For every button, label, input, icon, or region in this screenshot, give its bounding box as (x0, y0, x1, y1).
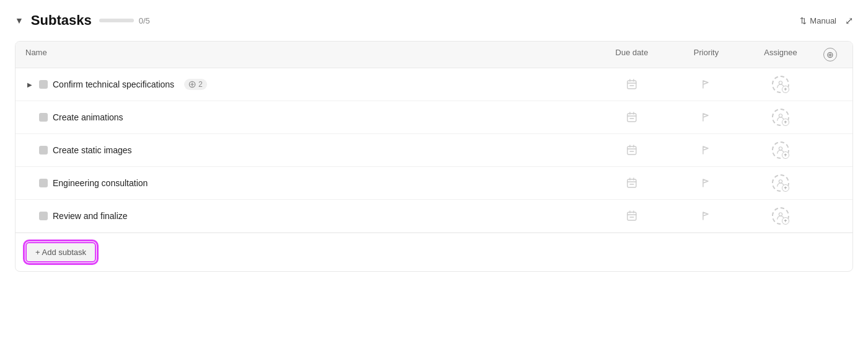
add-subtask-row: + Add subtask (16, 233, 852, 271)
priority-cell[interactable] (669, 145, 743, 156)
col-header-add: ⊕ (818, 48, 843, 61)
due-date-cell[interactable] (595, 210, 669, 222)
svg-point-2 (779, 81, 782, 84)
calendar-icon (626, 177, 638, 189)
collapse-chevron[interactable]: ▼ (15, 16, 24, 25)
assignee-cell[interactable]: + (743, 76, 818, 93)
calendar-icon (626, 144, 638, 156)
due-date-cell[interactable] (595, 177, 669, 189)
priority-cell[interactable] (669, 210, 743, 222)
assignee-avatar[interactable]: + (772, 76, 789, 93)
svg-point-6 (779, 147, 782, 150)
assignee-avatar[interactable]: + (772, 207, 789, 225)
subtask-count: 2 (198, 80, 203, 89)
expand-button[interactable]: ⤢ (845, 15, 853, 27)
task-name: Create animations (53, 112, 123, 122)
priority-cell[interactable] (669, 177, 743, 189)
due-date-cell[interactable] (595, 111, 669, 123)
manual-button[interactable]: ⇅ Manual (800, 16, 836, 25)
task-name: Confirm technical specifications (53, 79, 174, 89)
assignee-cell[interactable]: + (743, 141, 818, 159)
svg-rect-7 (627, 179, 636, 187)
table-header: Name Due date Priority Assignee ⊕ (16, 42, 852, 68)
flag-icon (701, 145, 712, 156)
assignee-cell[interactable]: + (743, 207, 818, 225)
calendar-icon (626, 111, 638, 123)
col-header-due-date: Due date (595, 48, 669, 61)
assignee-avatar[interactable]: + (772, 174, 789, 192)
assignee-add-icon: + (782, 86, 789, 93)
progress-text: 0/5 (139, 16, 150, 25)
col-header-assignee: Assignee (743, 48, 818, 61)
col-header-name: Name (25, 48, 595, 61)
table-row: ▶ Engineering consultation (16, 167, 852, 200)
task-checkbox[interactable] (39, 113, 48, 122)
manual-label: Manual (810, 16, 836, 25)
task-checkbox[interactable] (39, 212, 48, 220)
subtask-count-badge[interactable]: 2 (184, 79, 207, 90)
svg-point-10 (779, 213, 782, 216)
sort-icon: ⇅ (800, 16, 807, 25)
assignee-avatar[interactable]: + (772, 109, 789, 126)
svg-rect-1 (627, 81, 636, 89)
priority-cell[interactable] (669, 79, 743, 90)
table-row: ▶ Confirm technical specifications 2 (16, 68, 852, 101)
flag-icon (701, 177, 712, 189)
flag-icon (701, 210, 712, 222)
row-expand-arrow[interactable]: ▶ (25, 80, 34, 89)
assignee-cell[interactable]: + (743, 109, 818, 126)
col-header-priority: Priority (669, 48, 743, 61)
progress-bar-container: 0/5 (99, 16, 150, 25)
subtasks-table: Name Due date Priority Assignee ⊕ ▶ Conf… (15, 41, 853, 272)
task-checkbox[interactable] (39, 179, 48, 187)
svg-point-8 (779, 180, 782, 183)
table-row: ▶ Create animations (16, 101, 852, 134)
task-name: Engineering consultation (53, 178, 148, 188)
section-title: Subtasks (31, 12, 92, 29)
flag-icon (701, 112, 712, 123)
calendar-icon (626, 210, 638, 222)
add-column-button[interactable]: ⊕ (823, 48, 837, 61)
svg-point-4 (779, 114, 782, 117)
svg-rect-9 (627, 212, 636, 220)
due-date-cell[interactable] (595, 144, 669, 156)
priority-cell[interactable] (669, 112, 743, 123)
progress-bar-track (99, 19, 134, 22)
svg-rect-3 (627, 114, 636, 122)
table-row: ▶ Create static images (16, 134, 852, 167)
subtask-count-icon (188, 81, 196, 88)
assignee-add-icon: + (782, 119, 789, 126)
assignee-add-icon: + (782, 217, 789, 225)
section-header: ▼ Subtasks 0/5 ⇅ Manual ⤢ (15, 12, 853, 29)
assignee-add-icon: + (782, 184, 789, 192)
task-checkbox[interactable] (39, 80, 48, 89)
assignee-cell[interactable]: + (743, 174, 818, 192)
add-subtask-button[interactable]: + Add subtask (25, 242, 96, 262)
task-name: Review and finalize (53, 211, 128, 221)
task-checkbox[interactable] (39, 146, 48, 155)
due-date-cell[interactable] (595, 78, 669, 91)
flag-icon (701, 79, 712, 90)
assignee-avatar[interactable]: + (772, 141, 789, 159)
svg-rect-5 (627, 146, 636, 155)
task-name: Create static images (53, 145, 132, 155)
assignee-add-icon: + (782, 151, 789, 159)
table-row: ▶ Review and finalize (16, 200, 852, 233)
calendar-icon (626, 78, 638, 91)
